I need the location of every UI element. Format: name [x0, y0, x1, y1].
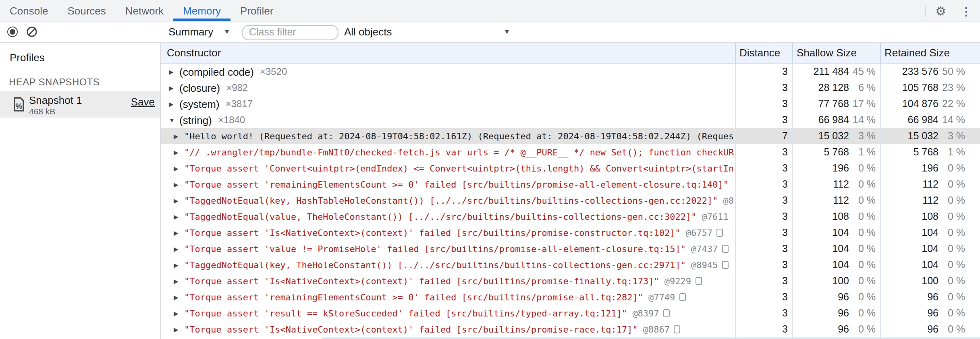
string-preview: "TaggedNotEqual(key, TheHoleConstant()) …	[184, 260, 686, 270]
expand-triangle-icon[interactable]: ▶	[169, 100, 176, 107]
shallow-size-percent: 0 %	[849, 308, 876, 319]
grid-row[interactable]: ▶"TaggedNotEqual(key, TheHoleConstant())…	[161, 257, 980, 273]
expand-triangle-icon[interactable]: ▶	[174, 197, 181, 204]
retained-size-cell: 960 %	[881, 321, 980, 337]
distance-value: 7	[736, 130, 788, 142]
more-options-kebab-icon[interactable]: ⋮	[956, 5, 977, 17]
expand-triangle-icon[interactable]: ▶	[169, 84, 176, 91]
grid-row[interactable]: ▶"Hello world! (Requested at: 2024-08-19…	[161, 128, 980, 144]
column-header-distance[interactable]: Distance	[736, 43, 793, 63]
distance-cell: 3	[736, 305, 793, 321]
class-filter-input[interactable]	[242, 25, 338, 40]
object-id: @8	[723, 195, 734, 206]
grid-row[interactable]: ▶(closure)×982328 1286 %105 76823 %	[161, 80, 980, 96]
reveal-box-icon[interactable]	[722, 261, 728, 269]
distance-value: 3	[736, 211, 788, 222]
retained-size-percent: 3 %	[938, 130, 965, 142]
retained-size-value: 96	[881, 324, 938, 335]
instance-count: ×3520	[260, 66, 287, 77]
expand-triangle-icon[interactable]: ▶	[174, 165, 181, 172]
distance-value: 3	[736, 66, 788, 77]
grid-row[interactable]: ▶(system)×3817377 76817 %104 87622 %	[161, 96, 980, 112]
shallow-size-percent: 0 %	[849, 259, 876, 271]
tab-sources[interactable]: Sources	[58, 0, 115, 21]
grid-row[interactable]: ▶"Torque assert 'result == kStoreSuccede…	[161, 305, 980, 321]
column-header-retained-size[interactable]: Retained Size	[881, 43, 980, 63]
constructor-cell: ▶"Torque assert 'Is<NativeContext>(conte…	[161, 321, 736, 337]
shallow-size-value: 104	[793, 243, 849, 254]
reveal-box-icon[interactable]	[663, 309, 670, 317]
shallow-size-percent: 17 %	[849, 98, 876, 110]
distance-cell: 3	[736, 112, 793, 128]
distance-cell: 3	[736, 144, 793, 160]
distance-cell: 3	[736, 176, 793, 192]
grid-row[interactable]: ▶"Torque assert 'Is<NativeContext>(conte…	[161, 321, 980, 337]
grid-row[interactable]: ▶"Torque assert 'Is<NativeContext>(conte…	[161, 225, 980, 241]
reveal-box-icon[interactable]	[716, 229, 723, 237]
column-header-shallow-size[interactable]: Shallow Size	[793, 43, 881, 63]
grid-row[interactable]: ▶"Torque assert 'Is<NativeContext>(conte…	[161, 273, 980, 289]
column-header-constructor[interactable]: Constructor	[161, 43, 736, 63]
clear-all-profiles-icon[interactable]	[27, 27, 37, 37]
object-id: @8867	[643, 324, 670, 335]
objects-filter-select[interactable]: All objects ▼	[344, 22, 515, 42]
expand-triangle-icon[interactable]: ▶	[174, 149, 181, 156]
record-heap-snapshot-icon[interactable]	[7, 27, 18, 37]
expand-triangle-icon[interactable]: ▶	[174, 294, 181, 301]
expand-triangle-icon[interactable]: ▶	[169, 68, 176, 75]
grid-row[interactable]: ▶"Torque assert 'remainingElementsCount …	[161, 176, 980, 192]
reveal-box-icon[interactable]	[679, 293, 685, 301]
grid-row[interactable]: ▶"TaggedNotEqual(key, HashTableHoleConst…	[161, 192, 980, 209]
expand-triangle-icon[interactable]: ▶	[174, 326, 181, 333]
grid-row[interactable]: ▶"Torque assert 'remainingElementsCount …	[161, 289, 980, 305]
constructor-name: (compiled code)	[179, 66, 254, 78]
expand-triangle-icon[interactable]: ▶	[174, 213, 181, 220]
expand-triangle-icon[interactable]: ▶	[174, 229, 181, 236]
distance-value: 3	[736, 163, 788, 174]
tab-network[interactable]: Network	[116, 0, 173, 21]
expand-triangle-icon[interactable]: ▶	[174, 277, 181, 285]
perspective-select[interactable]: Summary ▼	[168, 22, 230, 42]
distance-cell: 7	[736, 128, 793, 144]
grid-row[interactable]: ▶(compiled code)×35203211 48445 %233 576…	[161, 64, 980, 80]
shallow-size-percent: 0 %	[849, 243, 876, 254]
expand-triangle-icon[interactable]: ▶	[174, 132, 181, 140]
retained-size-percent: 0 %	[938, 179, 965, 190]
reveal-box-icon[interactable]	[695, 277, 702, 285]
retained-size-percent: 0 %	[938, 227, 965, 238]
distance-cell: 3	[736, 192, 793, 209]
sidebar-item-snapshot-1[interactable]: % Snapshot 1 468 kB Save	[0, 91, 160, 118]
reveal-box-icon[interactable]	[722, 245, 728, 253]
reveal-box-icon[interactable]	[674, 325, 680, 333]
shallow-size-percent: 0 %	[849, 163, 876, 174]
grid-row[interactable]: ▶"Torque assert 'Convert<uintptr>(endInd…	[161, 160, 980, 176]
retained-size-percent: 0 %	[938, 163, 965, 174]
grid-row[interactable]: ▶"// .wrangler/tmp/bundle-FmNIt0/checked…	[161, 144, 980, 160]
profiles-title: Profiles	[10, 52, 45, 64]
instance-count: ×1840	[218, 114, 245, 126]
distance-cell: 3	[736, 289, 793, 305]
expand-triangle-icon[interactable]: ▶	[174, 261, 181, 269]
object-id: @9229	[664, 276, 691, 286]
grid-row[interactable]: ▶"TaggedNotEqual(value, TheHoleConstant(…	[161, 209, 980, 225]
instance-count: ×3817	[226, 98, 253, 110]
settings-gear-icon[interactable]: ⚙	[932, 5, 949, 17]
grid-row[interactable]: ▼(string)×1840366 98414 %66 98414 %	[161, 112, 980, 128]
shallow-size-cell: 211 48445 %	[793, 64, 881, 80]
shallow-size-percent: 0 %	[849, 291, 876, 303]
grid-row[interactable]: ▶"Torque assert 'value != PromiseHole' f…	[161, 241, 980, 257]
retained-size-cell: 104 87622 %	[881, 96, 980, 112]
expand-triangle-icon[interactable]: ▶	[174, 245, 181, 252]
tab-profiler[interactable]: Profiler	[230, 0, 283, 21]
retained-size-value: 5 768	[881, 147, 938, 158]
string-preview: "Torque assert 'result == kStoreSucceded…	[184, 308, 627, 318]
shallow-size-percent: 0 %	[849, 275, 876, 287]
distance-value: 3	[736, 179, 788, 190]
tab-console[interactable]: Console	[0, 0, 58, 21]
save-snapshot-link[interactable]: Save	[131, 95, 155, 107]
distance-cell: 3	[736, 96, 793, 112]
expand-triangle-icon[interactable]: ▶	[174, 181, 181, 188]
expand-triangle-icon[interactable]: ▶	[174, 310, 181, 317]
expand-triangle-icon[interactable]: ▼	[169, 116, 176, 124]
tab-memory[interactable]: Memory	[173, 0, 230, 21]
